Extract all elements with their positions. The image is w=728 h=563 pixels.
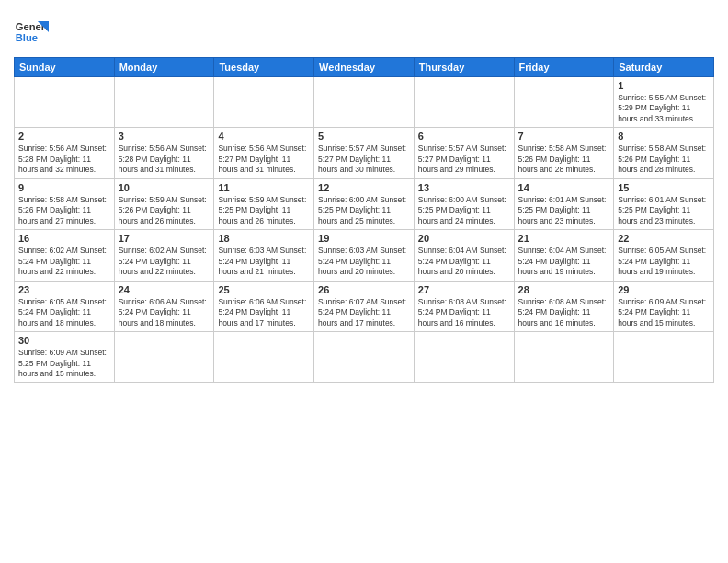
weekday-header-row: SundayMondayTuesdayWednesdayThursdayFrid… [15, 58, 714, 77]
day-info: Sunrise: 6:09 AM Sunset: 5:24 PM Dayligh… [618, 297, 710, 328]
day-number: 10 [119, 182, 210, 193]
day-cell: 23Sunrise: 6:05 AM Sunset: 5:24 PM Dayli… [15, 281, 115, 331]
day-number: 12 [318, 182, 410, 193]
day-info: Sunrise: 6:04 AM Sunset: 5:24 PM Dayligh… [518, 246, 610, 277]
day-cell: 22Sunrise: 6:05 AM Sunset: 5:24 PM Dayli… [614, 230, 714, 281]
day-info: Sunrise: 5:58 AM Sunset: 5:26 PM Dayligh… [518, 144, 610, 175]
day-cell [15, 77, 115, 128]
day-cell: 12Sunrise: 6:00 AM Sunset: 5:25 PM Dayli… [314, 178, 415, 229]
day-number: 7 [518, 131, 610, 142]
day-cell [314, 77, 415, 128]
svg-text:Blue: Blue [16, 32, 38, 43]
day-number: 15 [618, 182, 710, 193]
day-cell [114, 332, 214, 383]
day-number: 29 [618, 284, 710, 295]
week-row-2: 9Sunrise: 5:58 AM Sunset: 5:26 PM Daylig… [15, 178, 714, 229]
day-number: 24 [119, 284, 210, 295]
day-info: Sunrise: 5:55 AM Sunset: 5:29 PM Dayligh… [618, 93, 710, 124]
day-cell [414, 332, 514, 383]
week-row-1: 2Sunrise: 5:56 AM Sunset: 5:28 PM Daylig… [15, 128, 714, 178]
day-info: Sunrise: 6:03 AM Sunset: 5:24 PM Dayligh… [318, 246, 410, 277]
day-number: 17 [119, 233, 210, 244]
day-cell: 29Sunrise: 6:09 AM Sunset: 5:24 PM Dayli… [614, 281, 714, 331]
page: General Blue SundayMondayTuesdayWednesda… [0, 0, 728, 563]
day-cell [114, 77, 214, 128]
day-cell: 15Sunrise: 6:01 AM Sunset: 5:25 PM Dayli… [614, 178, 714, 229]
day-cell: 20Sunrise: 6:04 AM Sunset: 5:24 PM Dayli… [414, 230, 514, 281]
day-number: 9 [18, 182, 110, 193]
weekday-saturday: Saturday [614, 58, 714, 77]
day-cell [514, 332, 614, 383]
day-cell [314, 332, 415, 383]
day-number: 27 [418, 284, 510, 295]
weekday-thursday: Thursday [414, 58, 514, 77]
day-info: Sunrise: 5:57 AM Sunset: 5:27 PM Dayligh… [418, 144, 510, 175]
day-info: Sunrise: 6:09 AM Sunset: 5:25 PM Dayligh… [18, 348, 110, 379]
day-number: 26 [318, 284, 410, 295]
day-cell: 8Sunrise: 5:58 AM Sunset: 5:26 PM Daylig… [614, 128, 714, 178]
day-cell [614, 332, 714, 383]
day-cell [414, 77, 514, 128]
day-cell: 26Sunrise: 6:07 AM Sunset: 5:24 PM Dayli… [314, 281, 415, 331]
day-cell: 19Sunrise: 6:03 AM Sunset: 5:24 PM Dayli… [314, 230, 415, 281]
day-number: 2 [18, 131, 110, 142]
weekday-monday: Monday [114, 58, 214, 77]
day-info: Sunrise: 5:59 AM Sunset: 5:26 PM Dayligh… [119, 195, 210, 226]
day-info: Sunrise: 6:05 AM Sunset: 5:24 PM Dayligh… [618, 246, 710, 277]
day-cell [214, 332, 314, 383]
day-info: Sunrise: 5:58 AM Sunset: 5:26 PM Dayligh… [618, 144, 710, 175]
day-info: Sunrise: 6:07 AM Sunset: 5:24 PM Dayligh… [318, 297, 410, 328]
day-number: 25 [218, 284, 310, 295]
day-cell: 17Sunrise: 6:02 AM Sunset: 5:24 PM Dayli… [114, 230, 214, 281]
day-number: 11 [218, 182, 310, 193]
day-cell: 13Sunrise: 6:00 AM Sunset: 5:25 PM Dayli… [414, 178, 514, 229]
weekday-tuesday: Tuesday [214, 58, 314, 77]
day-info: Sunrise: 6:06 AM Sunset: 5:24 PM Dayligh… [218, 297, 310, 328]
day-number: 4 [218, 131, 310, 142]
day-cell: 7Sunrise: 5:58 AM Sunset: 5:26 PM Daylig… [514, 128, 614, 178]
day-info: Sunrise: 6:00 AM Sunset: 5:25 PM Dayligh… [418, 195, 510, 226]
day-number: 6 [418, 131, 510, 142]
day-info: Sunrise: 5:58 AM Sunset: 5:26 PM Dayligh… [18, 195, 110, 226]
day-number: 14 [518, 182, 610, 193]
weekday-sunday: Sunday [15, 58, 115, 77]
day-cell: 5Sunrise: 5:57 AM Sunset: 5:27 PM Daylig… [314, 128, 415, 178]
day-cell: 16Sunrise: 6:02 AM Sunset: 5:24 PM Dayli… [15, 230, 115, 281]
day-info: Sunrise: 6:06 AM Sunset: 5:24 PM Dayligh… [119, 297, 210, 328]
day-cell: 28Sunrise: 6:08 AM Sunset: 5:24 PM Dayli… [514, 281, 614, 331]
day-number: 18 [218, 233, 310, 244]
day-info: Sunrise: 5:56 AM Sunset: 5:28 PM Dayligh… [18, 144, 110, 175]
day-cell: 3Sunrise: 5:56 AM Sunset: 5:28 PM Daylig… [114, 128, 214, 178]
day-info: Sunrise: 5:57 AM Sunset: 5:27 PM Dayligh… [318, 144, 410, 175]
day-cell: 2Sunrise: 5:56 AM Sunset: 5:28 PM Daylig… [15, 128, 115, 178]
day-cell: 14Sunrise: 6:01 AM Sunset: 5:25 PM Dayli… [514, 178, 614, 229]
calendar: SundayMondayTuesdayWednesdayThursdayFrid… [14, 57, 714, 383]
day-number: 30 [18, 335, 110, 346]
day-number: 8 [618, 131, 710, 142]
day-cell: 1Sunrise: 5:55 AM Sunset: 5:29 PM Daylig… [614, 77, 714, 128]
day-cell: 18Sunrise: 6:03 AM Sunset: 5:24 PM Dayli… [214, 230, 314, 281]
day-cell: 30Sunrise: 6:09 AM Sunset: 5:25 PM Dayli… [15, 332, 115, 383]
day-info: Sunrise: 6:08 AM Sunset: 5:24 PM Dayligh… [418, 297, 510, 328]
day-number: 5 [318, 131, 410, 142]
day-cell: 27Sunrise: 6:08 AM Sunset: 5:24 PM Dayli… [414, 281, 514, 331]
weekday-wednesday: Wednesday [314, 58, 415, 77]
day-number: 16 [18, 233, 110, 244]
day-info: Sunrise: 6:01 AM Sunset: 5:25 PM Dayligh… [518, 195, 610, 226]
day-cell: 25Sunrise: 6:06 AM Sunset: 5:24 PM Dayli… [214, 281, 314, 331]
day-number: 3 [119, 131, 210, 142]
day-cell [514, 77, 614, 128]
day-info: Sunrise: 5:56 AM Sunset: 5:27 PM Dayligh… [218, 144, 310, 175]
day-info: Sunrise: 5:56 AM Sunset: 5:28 PM Dayligh… [119, 144, 210, 175]
day-number: 20 [418, 233, 510, 244]
day-cell: 4Sunrise: 5:56 AM Sunset: 5:27 PM Daylig… [214, 128, 314, 178]
weekday-friday: Friday [514, 58, 614, 77]
day-info: Sunrise: 6:02 AM Sunset: 5:24 PM Dayligh… [119, 246, 210, 277]
day-info: Sunrise: 6:03 AM Sunset: 5:24 PM Dayligh… [218, 246, 310, 277]
header: General Blue [14, 9, 714, 50]
day-info: Sunrise: 6:00 AM Sunset: 5:25 PM Dayligh… [318, 195, 410, 226]
logo-icon: General Blue [14, 15, 49, 50]
day-info: Sunrise: 6:04 AM Sunset: 5:24 PM Dayligh… [418, 246, 510, 277]
week-row-4: 23Sunrise: 6:05 AM Sunset: 5:24 PM Dayli… [15, 281, 714, 331]
day-info: Sunrise: 6:05 AM Sunset: 5:24 PM Dayligh… [18, 297, 110, 328]
